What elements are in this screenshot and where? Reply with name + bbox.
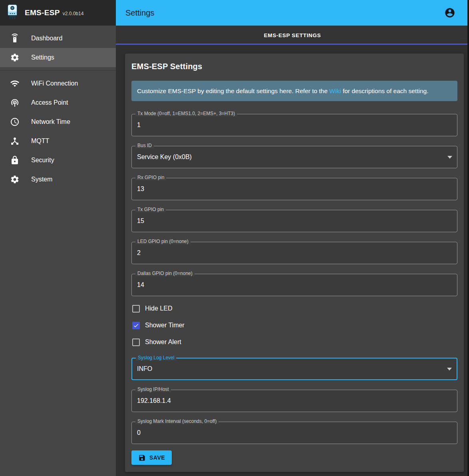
checkbox-label: Shower Timer: [145, 322, 185, 329]
checkbox-unchecked-icon[interactable]: [132, 305, 140, 313]
field-value: Service Key (0x0B): [132, 146, 457, 168]
sidebar-item-label: Settings: [31, 54, 54, 61]
banner-text: Customize EMS-ESP by editing the default…: [137, 88, 329, 94]
chevron-down-icon: [447, 368, 452, 370]
wifi-tethering-icon: [10, 98, 20, 108]
app-name: EMS-ESP: [25, 8, 60, 17]
syslog-log-level-select[interactable]: Syslog Log Level INFO: [131, 358, 457, 380]
settings-card: EMS-ESP Settings Customize EMS-ESP by ed…: [125, 54, 464, 472]
field-value: 192.168.1.4: [132, 390, 457, 412]
gear-icon: [10, 175, 20, 184]
field-value: 2: [132, 242, 457, 264]
settings-remote-icon: [10, 34, 20, 43]
app-logo-strip: EMS-ESPv2.0.0b14: [0, 0, 116, 26]
syslog-ip-field[interactable]: Syslog IP/Host 192.168.1.4: [131, 390, 457, 412]
sidebar: EMS-ESPv2.0.0b14 Dashboard Settings WiFi…: [0, 0, 116, 476]
sidebar-item-label: MQTT: [31, 137, 49, 145]
sidebar-item-label: System: [31, 176, 52, 183]
field-value: INFO: [132, 358, 457, 379]
tab-indicator: [116, 44, 469, 45]
wiki-link[interactable]: Wiki: [329, 88, 341, 94]
sidebar-item-label: WiFi Connection: [31, 80, 78, 87]
page-title: Settings: [125, 8, 442, 18]
app-header: Settings: [116, 0, 469, 26]
save-button[interactable]: SAVE: [131, 450, 172, 465]
save-row: SAVE: [131, 450, 457, 465]
sidebar-item-network-time[interactable]: Network Time: [0, 112, 116, 131]
tx-mode-field[interactable]: Tx Mode (0=off, 1=EMS1.0, 2=EMS+, 3=HT3)…: [131, 114, 457, 136]
bus-id-select[interactable]: Bus ID Service Key (0x0B): [131, 146, 457, 168]
device-hub-icon: [10, 136, 20, 146]
rx-gpio-field[interactable]: Rx GPIO pin 13: [131, 178, 457, 200]
dallas-gpio-field[interactable]: Dallas GPIO pin (0=none) 14: [131, 274, 457, 296]
chevron-down-icon: [447, 156, 452, 159]
sidebar-item-settings[interactable]: Settings: [0, 48, 116, 67]
sidebar-nav: Dashboard Settings WiFi Connection Acces…: [0, 26, 116, 189]
sidebar-item-mqtt[interactable]: MQTT: [0, 131, 116, 151]
sidebar-item-security[interactable]: Security: [0, 151, 116, 170]
checkbox-unchecked-icon[interactable]: [132, 339, 140, 346]
field-label: Dallas GPIO pin (0=none): [135, 271, 195, 276]
checkbox-label: Shower Alert: [145, 339, 181, 346]
save-button-label: SAVE: [149, 454, 165, 461]
shower-alert-checkbox-row[interactable]: Shower Alert: [131, 334, 457, 351]
info-banner: Customize EMS-ESP by editing the default…: [131, 81, 457, 101]
boiler-logo-icon: [6, 4, 18, 22]
hide-led-checkbox-row[interactable]: Hide LED: [131, 300, 457, 317]
sidebar-item-label: Dashboard: [31, 35, 62, 42]
field-value: 0: [132, 422, 457, 444]
checkbox-group: Hide LED Shower Timer Shower Alert: [131, 300, 457, 351]
tx-gpio-field[interactable]: Tx GPIO pin 15: [131, 210, 457, 232]
led-gpio-field[interactable]: LED GPIO pin (0=none) 2: [131, 242, 457, 264]
sidebar-item-label: Security: [31, 157, 54, 164]
scrollbar-track[interactable]: [467, 0, 469, 476]
tab-ems-esp-settings[interactable]: EMS-ESP SETTINGS: [264, 26, 321, 44]
save-icon: [138, 454, 146, 462]
sidebar-item-label: Network Time: [31, 118, 70, 125]
syslog-mark-interval-field[interactable]: Syslog Mark Interval (seconds, 0=off) 0: [131, 422, 457, 444]
shower-timer-checkbox-row[interactable]: Shower Timer: [131, 317, 457, 334]
field-label: Tx Mode (0=off, 1=EMS1.0, 2=EMS+, 3=HT3): [135, 111, 237, 116]
content-area: EMS-ESP Settings Customize EMS-ESP by ed…: [116, 45, 469, 476]
banner-text: for descriptions of each setting.: [341, 88, 429, 94]
field-label: Rx GPIO pin: [135, 175, 166, 180]
field-label: Syslog Mark Interval (seconds, 0=off): [135, 418, 219, 424]
account-circle-icon[interactable]: [442, 5, 458, 21]
sidebar-item-label: Access Point: [31, 99, 68, 106]
sidebar-item-access-point[interactable]: Access Point: [0, 93, 116, 112]
field-label: LED GPIO pin (0=none): [135, 239, 191, 244]
app-version: v2.0.0b14: [63, 11, 84, 16]
tab-bar: EMS-ESP SETTINGS: [116, 26, 469, 45]
card-title: EMS-ESP Settings: [131, 62, 457, 71]
field-value: 13: [132, 178, 457, 200]
sidebar-item-system[interactable]: System: [0, 170, 116, 189]
field-label: Syslog IP/Host: [135, 386, 171, 392]
field-label: Syslog Log Level: [136, 355, 176, 360]
main-area: Settings EMS-ESP SETTINGS EMS-ESP Settin…: [116, 0, 469, 476]
checkbox-checked-icon[interactable]: [132, 322, 140, 329]
sidebar-item-dashboard[interactable]: Dashboard: [0, 29, 116, 48]
field-label: Tx GPIO pin: [135, 207, 166, 212]
sidebar-item-wifi-connection[interactable]: WiFi Connection: [0, 74, 116, 93]
field-value: 1: [132, 114, 457, 136]
field-value: 14: [132, 274, 457, 296]
lock-icon: [10, 155, 20, 165]
sidebar-divider: [0, 70, 116, 71]
field-label: Bus ID: [135, 143, 154, 148]
field-value: 15: [132, 210, 457, 232]
gear-icon: [10, 53, 20, 62]
wifi-icon: [10, 79, 20, 88]
clock-icon: [10, 117, 20, 127]
checkbox-label: Hide LED: [145, 305, 172, 312]
